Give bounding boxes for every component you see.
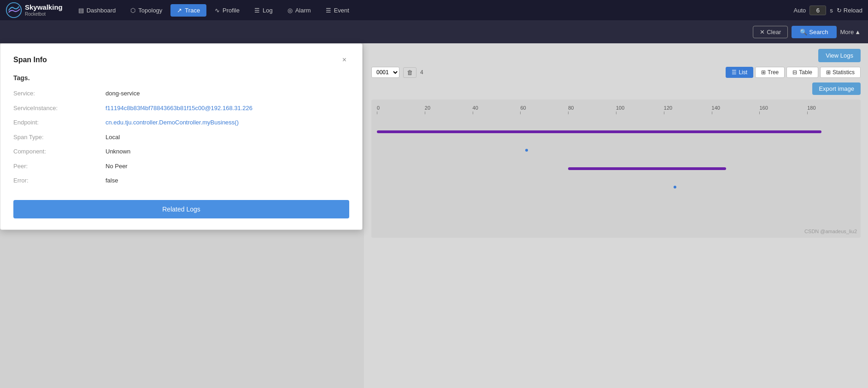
profile-icon: ∿	[215, 7, 220, 14]
dashboard-icon: ▤	[78, 7, 84, 14]
ruler-mark-180: 180	[807, 105, 815, 111]
service-value: dong-service	[106, 89, 140, 98]
top-navigation: Skywalking Rocketbot ▤ Dashboard ⬡ Topol…	[0, 0, 868, 20]
nav-items: ▤ Dashboard ⬡ Topology ↗ Trace ∿ Profile…	[72, 4, 794, 17]
nav-item-topology[interactable]: ⬡ Topology	[124, 4, 169, 17]
app-name: Skywalking	[25, 4, 63, 12]
modal-header: Span Info ×	[13, 55, 349, 65]
ruler-mark-140: 140	[712, 105, 720, 111]
timeline-row-0[interactable]	[377, 123, 855, 140]
timeline-row-1[interactable]	[377, 142, 855, 159]
trace-icon: ↗	[177, 7, 182, 14]
modal-row-service: Service: dong-service	[13, 89, 349, 98]
auto-unit: s	[830, 7, 833, 14]
nav-item-dashboard[interactable]: ▤ Dashboard	[72, 4, 123, 17]
span-count: 4	[420, 69, 423, 76]
peer-label: Peer:	[13, 162, 106, 171]
modal-section-tags: Tags.	[13, 74, 349, 82]
view-toggle: ☰ List ⊞ Tree ⊟ Table ⊞ Statistics	[726, 67, 861, 78]
auto-label: Auto	[794, 7, 806, 14]
ruler-mark-20: 20	[425, 105, 430, 111]
span-type-label: Span Type:	[13, 133, 106, 142]
clear-button[interactable]: ✕ Clear	[753, 26, 788, 38]
delete-button[interactable]: 🗑	[403, 67, 416, 78]
span-dot-1	[525, 149, 528, 152]
export-row: Export image	[371, 82, 861, 95]
service-instance-label: ServiceInstance:	[13, 104, 106, 113]
right-top-bar-right: ✕ Clear 🔍 Search More ▲	[753, 26, 861, 38]
auto-interval-input[interactable]	[809, 6, 826, 15]
statistics-icon: ⊞	[826, 69, 831, 76]
trash-icon: 🗑	[407, 69, 413, 76]
component-value: Unknown	[106, 147, 130, 156]
modal-row-service-instance: ServiceInstance: f11194c8b83f4bf78843663…	[13, 104, 349, 113]
nav-item-profile[interactable]: ∿ Profile	[208, 4, 246, 17]
export-image-button[interactable]: Export image	[812, 82, 861, 95]
topology-icon: ⬡	[130, 7, 135, 14]
trace-controls: 0001 🗑 4 ☰ List ⊞ Tre	[371, 67, 861, 78]
modal-close-button[interactable]: ×	[340, 55, 349, 65]
event-icon: ☰	[326, 7, 331, 14]
endpoint-value: cn.edu.tju.controller.DemoController.myB…	[106, 118, 239, 127]
watermark: CSDN @amadeus_liu2	[804, 229, 857, 234]
error-value: false	[106, 176, 118, 185]
app-sub: Rocketbot	[25, 12, 63, 17]
span-dot-3	[674, 186, 676, 188]
clear-x-icon: ✕	[760, 29, 765, 35]
timeline-row-3[interactable]	[377, 179, 855, 195]
tree-icon: ⊞	[761, 69, 766, 76]
view-logs-button[interactable]: View Logs	[818, 49, 861, 62]
view-mode-statistics[interactable]: ⊞ Statistics	[820, 67, 861, 78]
ruler-mark-40: 40	[473, 105, 478, 111]
alarm-icon: ◎	[287, 7, 293, 14]
modal-row-span-type: Span Type: Local	[13, 133, 349, 142]
nav-item-alarm[interactable]: ◎ Alarm	[281, 4, 317, 17]
log-icon: ☰	[254, 7, 260, 14]
span-info-modal: Span Info × Tags. Service: dong-service …	[0, 43, 363, 230]
search-button[interactable]: 🔍 Search	[792, 26, 836, 38]
timeline-rows	[377, 123, 855, 195]
reload-button[interactable]: ↻ Reload	[837, 7, 862, 14]
span-bar-0	[377, 130, 821, 133]
view-logs-row: View Logs	[371, 49, 861, 62]
nav-item-event[interactable]: ☰ Event	[319, 4, 356, 17]
modal-row-endpoint: Endpoint: cn.edu.tju.controller.DemoCont…	[13, 118, 349, 127]
endpoint-label: Endpoint:	[13, 118, 106, 127]
related-logs-button[interactable]: Related Logs	[13, 200, 349, 218]
chevron-up-icon: ▲	[855, 29, 861, 35]
reload-icon: ↻	[837, 7, 842, 14]
service-label: Service:	[13, 89, 106, 98]
view-mode-list[interactable]: ☰ List	[726, 67, 753, 78]
trace-controls-left: 0001 🗑 4	[371, 67, 423, 78]
logo-icon	[6, 2, 22, 18]
ruler-mark-60: 60	[520, 105, 526, 111]
timeline-ruler: 0 20 40 60 80 100 120 140 160 180	[377, 105, 855, 116]
span-bar-2	[568, 167, 726, 170]
search-icon: 🔍	[800, 29, 807, 35]
left-panel: Span Info × Tags. Service: dong-service …	[0, 20, 364, 388]
modal-title: Span Info	[13, 56, 47, 64]
service-instance-value: f11194c8b83f4bf78843663b81f15c00@192.168…	[106, 104, 252, 113]
trace-timeline: 0 20 40 60 80 100 120 140 160 180	[371, 100, 861, 238]
ruler-mark-80: 80	[568, 105, 574, 111]
peer-value: No Peer	[106, 162, 128, 171]
modal-row-peer: Peer: No Peer	[13, 162, 349, 171]
ruler-mark-120: 120	[664, 105, 672, 111]
search-bar-area	[0, 20, 364, 43]
right-content: View Logs 0001 🗑 4 ☰	[364, 43, 868, 388]
nav-item-trace[interactable]: ↗ Trace	[170, 4, 206, 17]
main-layout: Span Info × Tags. Service: dong-service …	[0, 20, 868, 388]
view-mode-tree[interactable]: ⊞ Tree	[755, 67, 785, 78]
timeline-row-2[interactable]	[377, 160, 855, 177]
view-mode-table[interactable]: ⊟ Table	[786, 67, 818, 78]
nav-right: Auto s ↻ Reload	[794, 6, 862, 15]
ruler-mark-160: 160	[759, 105, 768, 111]
modal-row-component: Component: Unknown	[13, 147, 349, 156]
logo: Skywalking Rocketbot	[6, 2, 63, 18]
right-top-bar: ✕ Clear 🔍 Search More ▲	[364, 20, 868, 43]
ruler-mark-100: 100	[616, 105, 624, 111]
more-button[interactable]: More ▲	[840, 29, 861, 35]
trace-select[interactable]: 0001	[371, 67, 399, 78]
nav-item-log[interactable]: ☰ Log	[248, 4, 279, 17]
ruler-mark-0: 0	[377, 105, 380, 111]
